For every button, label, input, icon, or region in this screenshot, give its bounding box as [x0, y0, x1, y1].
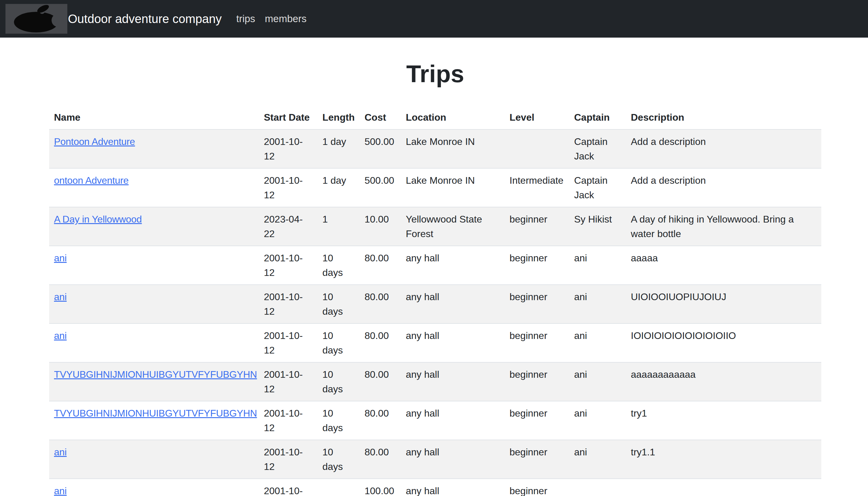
cell-level: beginner	[505, 324, 569, 362]
cell-level: beginner	[505, 285, 569, 324]
main-content: Trips Name Start Date Length Cost Locati…	[49, 59, 821, 496]
cell-name: ani	[49, 324, 259, 362]
trip-name-link[interactable]: TVYUBGIHNIJMIONHUIBGYUTVFYFUBGYHN	[54, 369, 257, 380]
cell-start-date: 2001-10-12	[259, 401, 318, 440]
cell-cost: 80.00	[360, 362, 401, 401]
cell-name: ani	[49, 479, 259, 496]
header-captain: Captain	[569, 106, 626, 129]
cell-name: Pontoon Adventure	[49, 129, 259, 168]
cell-start-date: 2023-04-22	[259, 207, 318, 246]
cell-captain: Sy Hikist	[569, 207, 626, 246]
cell-captain: ani	[569, 440, 626, 479]
table-row: ani2001-10-12100.00any hallbeginner	[49, 479, 821, 496]
cell-description: Add a description	[626, 129, 821, 168]
cell-location: Lake Monroe IN	[401, 168, 505, 207]
nav-link-members[interactable]: members	[260, 13, 311, 25]
table-row: ani2001-10-1210 days80.00any hallbeginne…	[49, 440, 821, 479]
cell-location: any hall	[401, 440, 505, 479]
table-row: ani2001-10-1210 days80.00any hallbeginne…	[49, 246, 821, 285]
cell-cost: 10.00	[360, 207, 401, 246]
trip-name-link[interactable]: TVYUBGIHNIJMIONHUIBGYUTVFYFUBGYHN	[54, 408, 257, 419]
table-row: Pontoon Adventure2001-10-121 day500.00La…	[49, 129, 821, 168]
cell-captain: ani	[569, 324, 626, 362]
cell-cost: 500.00	[360, 129, 401, 168]
cell-length: 10 days	[318, 401, 360, 440]
cell-length: 10 days	[318, 440, 360, 479]
cell-cost: 500.00	[360, 168, 401, 207]
cell-start-date: 2001-10-12	[259, 362, 318, 401]
header-level: Level	[505, 106, 569, 129]
header-cost: Cost	[360, 106, 401, 129]
cell-description: aaaaaaaaaaaa	[626, 362, 821, 401]
cell-length: 10 days	[318, 324, 360, 362]
header-name: Name	[49, 106, 259, 129]
trip-name-link[interactable]: ani	[54, 291, 67, 302]
cell-location: Lake Monroe IN	[401, 129, 505, 168]
cell-length: 10 days	[318, 362, 360, 401]
table-row: ontoon Adventure2001-10-121 day500.00Lak…	[49, 168, 821, 207]
cell-level: beginner	[505, 479, 569, 496]
page-title: Trips	[49, 59, 821, 89]
header-description: Description	[626, 106, 821, 129]
header-length: Length	[318, 106, 360, 129]
cell-start-date: 2001-10-12	[259, 246, 318, 285]
header-start-date: Start Date	[259, 106, 318, 129]
cell-captain: ani	[569, 285, 626, 324]
cell-location: any hall	[401, 401, 505, 440]
cell-location: any hall	[401, 479, 505, 496]
trip-name-link[interactable]: ani	[54, 252, 67, 263]
nav-links: trips members	[231, 13, 311, 25]
table-row: ani2001-10-1210 days80.00any hallbeginne…	[49, 285, 821, 324]
cell-level: Intermediate	[505, 168, 569, 207]
brand-title: Outdoor adventure company	[68, 12, 222, 26]
cell-length: 10 days	[318, 285, 360, 324]
trips-table-body: Pontoon Adventure2001-10-121 day500.00La…	[49, 129, 821, 496]
cell-location: any hall	[401, 246, 505, 285]
cell-cost: 100.00	[360, 479, 401, 496]
cell-location: Yellowwood State Forest	[401, 207, 505, 246]
trip-name-link[interactable]: ani	[54, 330, 67, 341]
cell-name: TVYUBGIHNIJMIONHUIBGYUTVFYFUBGYHN	[49, 401, 259, 440]
cell-location: any hall	[401, 324, 505, 362]
brand-link[interactable]: Outdoor adventure company	[5, 4, 222, 34]
table-row: A Day in Yellowwood2023-04-22110.00Yello…	[49, 207, 821, 246]
cell-location: any hall	[401, 362, 505, 401]
navbar: Outdoor adventure company trips members	[0, 0, 868, 37]
apple-logo-icon	[5, 4, 67, 34]
cell-level	[505, 129, 569, 168]
trip-name-link[interactable]: A Day in Yellowwood	[54, 214, 142, 224]
cell-description: UIOIOOIUOPIUJOIUJ	[626, 285, 821, 324]
nav-link-trips[interactable]: trips	[231, 13, 260, 25]
cell-description: Add a description	[626, 168, 821, 207]
table-header: Name Start Date Length Cost Location Lev…	[49, 106, 821, 129]
cell-start-date: 2001-10-12	[259, 285, 318, 324]
trip-name-link[interactable]: ani	[54, 447, 67, 458]
cell-level: beginner	[505, 401, 569, 440]
cell-description	[626, 479, 821, 496]
cell-cost: 80.00	[360, 324, 401, 362]
table-row: ani2001-10-1210 days80.00any hallbeginne…	[49, 324, 821, 362]
cell-description: aaaaa	[626, 246, 821, 285]
cell-cost: 80.00	[360, 246, 401, 285]
cell-captain: Captain Jack	[569, 129, 626, 168]
header-location: Location	[401, 106, 505, 129]
cell-description: A day of hiking in Yellowwood. Bring a w…	[626, 207, 821, 246]
cell-length: 1	[318, 207, 360, 246]
cell-start-date: 2001-10-12	[259, 168, 318, 207]
cell-start-date: 2001-10-12	[259, 129, 318, 168]
table-row: TVYUBGIHNIJMIONHUIBGYUTVFYFUBGYHN2001-10…	[49, 362, 821, 401]
trip-name-link[interactable]: Pontoon Adventure	[54, 136, 135, 147]
cell-name: ani	[49, 440, 259, 479]
trip-name-link[interactable]: ontoon Adventure	[54, 175, 128, 186]
table-row: TVYUBGIHNIJMIONHUIBGYUTVFYFUBGYHN2001-10…	[49, 401, 821, 440]
cell-length	[318, 479, 360, 496]
cell-level: beginner	[505, 440, 569, 479]
cell-cost: 80.00	[360, 401, 401, 440]
cell-start-date: 2001-10-12	[259, 324, 318, 362]
cell-location: any hall	[401, 285, 505, 324]
trip-name-link[interactable]: ani	[54, 485, 67, 496]
cell-cost: 80.00	[360, 285, 401, 324]
cell-description: IOIOIOIOIOIOIOIOIOIIO	[626, 324, 821, 362]
cell-start-date: 2001-10-12	[259, 440, 318, 479]
cell-name: TVYUBGIHNIJMIONHUIBGYUTVFYFUBGYHN	[49, 362, 259, 401]
